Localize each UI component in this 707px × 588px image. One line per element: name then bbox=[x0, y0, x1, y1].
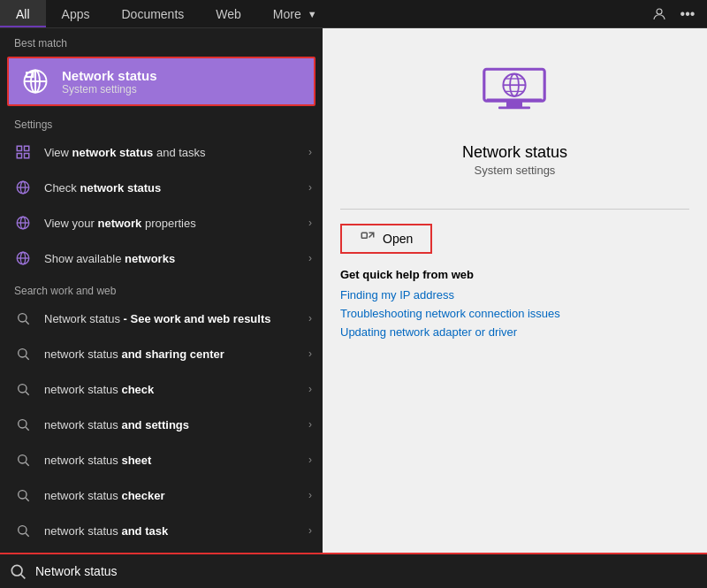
svg-line-30 bbox=[26, 498, 29, 501]
list-item-text-8: network status and settings bbox=[44, 418, 308, 431]
tab-more[interactable]: More ▼ bbox=[257, 0, 333, 27]
chevron-right-icon-3: › bbox=[308, 217, 312, 229]
best-match-text: Network status System settings bbox=[62, 68, 157, 95]
chevron-right-icon-9: › bbox=[308, 454, 312, 466]
list-item-text: View network status and tasks bbox=[44, 146, 308, 159]
search-icon-3 bbox=[11, 377, 35, 401]
chevron-right-icon-4: › bbox=[308, 252, 312, 264]
quick-help-label: Get quick help from web bbox=[340, 268, 474, 281]
list-item-text-5: Network status - See work and web result… bbox=[44, 312, 308, 325]
chevron-right-icon-10: › bbox=[308, 489, 312, 501]
globe-icon-1 bbox=[11, 175, 35, 200]
list-item-view-network-tasks[interactable]: View network status and tasks › bbox=[0, 134, 323, 170]
chevron-right-icon-6: › bbox=[308, 347, 312, 360]
grid-icon bbox=[11, 140, 35, 164]
list-item-view-properties[interactable]: View your network properties › bbox=[0, 205, 323, 241]
list-item-text-10: network status checker bbox=[44, 489, 308, 502]
list-item-web-check[interactable]: network status check › bbox=[0, 371, 323, 407]
svg-point-21 bbox=[19, 349, 27, 357]
chevron-right-icon-11: › bbox=[308, 524, 312, 537]
svg-line-24 bbox=[26, 392, 29, 395]
list-item-web-1[interactable]: Network status - See work and web result… bbox=[0, 301, 323, 336]
svg-point-29 bbox=[19, 491, 27, 499]
list-item-web-sheet[interactable]: network status sheet › bbox=[0, 442, 323, 477]
right-panel: Network status System settings Open Get … bbox=[323, 28, 707, 553]
quick-help-item-1[interactable]: Finding my IP address bbox=[340, 288, 454, 302]
ellipsis-icon[interactable]: ••• bbox=[675, 2, 700, 27]
svg-rect-7 bbox=[25, 146, 29, 150]
list-item-show-networks[interactable]: Show available networks › bbox=[0, 241, 323, 276]
chevron-down-icon: ▼ bbox=[308, 9, 317, 19]
search-icon-7 bbox=[11, 518, 35, 543]
svg-rect-9 bbox=[25, 154, 29, 158]
network-globe-icon bbox=[19, 65, 51, 97]
chevron-right-icon: › bbox=[308, 146, 312, 158]
quick-help-item-3[interactable]: Updating network adapter or driver bbox=[340, 325, 517, 339]
chevron-right-icon-7: › bbox=[308, 383, 312, 395]
svg-line-44 bbox=[21, 575, 26, 579]
svg-point-19 bbox=[19, 314, 27, 322]
tab-documents[interactable]: Documents bbox=[105, 0, 200, 27]
open-button[interactable]: Open bbox=[340, 224, 432, 254]
chevron-right-icon-5: › bbox=[308, 312, 312, 325]
search-input[interactable] bbox=[35, 564, 707, 578]
search-icon-1 bbox=[11, 306, 35, 331]
search-web-label: Search work and web bbox=[0, 276, 323, 301]
list-item-text-11: network status and task bbox=[44, 524, 308, 538]
open-label: Open bbox=[383, 232, 413, 246]
list-item-web-checker[interactable]: network status checker › bbox=[0, 477, 323, 513]
list-item-text-2: Check network status bbox=[44, 181, 308, 195]
search-icon-5 bbox=[11, 447, 35, 472]
svg-rect-6 bbox=[17, 146, 21, 150]
globe-icon-3 bbox=[11, 246, 35, 271]
svg-point-0 bbox=[657, 9, 662, 14]
svg-point-27 bbox=[19, 455, 27, 463]
person-icon[interactable] bbox=[647, 2, 672, 27]
svg-point-25 bbox=[19, 420, 27, 428]
svg-line-28 bbox=[26, 462, 29, 466]
svg-rect-8 bbox=[17, 154, 21, 158]
settings-label: Settings bbox=[0, 110, 323, 134]
top-nav: All Apps Documents Web More ▼ ••• bbox=[0, 0, 707, 28]
list-item-text-9: network status sheet bbox=[44, 454, 308, 467]
svg-rect-35 bbox=[498, 107, 530, 110]
list-item-web-task[interactable]: network status and task › bbox=[0, 513, 323, 548]
list-item-text-6: network status and sharing center bbox=[44, 347, 308, 361]
svg-point-31 bbox=[19, 526, 27, 534]
search-bar-icon bbox=[0, 554, 35, 588]
list-item-text-7: network status check bbox=[44, 383, 308, 396]
divider-1 bbox=[340, 209, 689, 210]
svg-rect-42 bbox=[361, 233, 367, 238]
list-item-text-4: Show available networks bbox=[44, 252, 308, 265]
search-icon-6 bbox=[11, 483, 35, 508]
main-container: Best match Network status System setting… bbox=[0, 28, 707, 553]
open-icon bbox=[360, 231, 376, 247]
svg-line-22 bbox=[26, 356, 29, 360]
search-icon-2 bbox=[11, 341, 35, 366]
nav-icons: ••• bbox=[647, 2, 707, 27]
svg-line-20 bbox=[26, 321, 29, 325]
svg-point-23 bbox=[19, 385, 27, 393]
list-item-web-sharing[interactable]: network status and sharing center › bbox=[0, 336, 323, 371]
best-match-item[interactable]: Network status System settings bbox=[7, 57, 315, 106]
right-app-title: Network status bbox=[462, 143, 567, 162]
network-status-icon bbox=[475, 55, 554, 134]
right-app-subtitle: System settings bbox=[475, 164, 556, 177]
search-icon-4 bbox=[11, 412, 35, 437]
best-match-label: Best match bbox=[0, 28, 323, 53]
list-item-text-3: View your network properties bbox=[44, 217, 308, 230]
globe-icon-2 bbox=[11, 210, 35, 235]
list-item-web-settings[interactable]: network status and settings › bbox=[0, 407, 323, 442]
tab-apps[interactable]: Apps bbox=[46, 0, 106, 27]
quick-help-item-2[interactable]: Troubleshooting network connection issue… bbox=[340, 307, 560, 320]
list-item-check-network[interactable]: Check network status › bbox=[0, 170, 323, 205]
chevron-right-icon-2: › bbox=[308, 181, 312, 194]
bottom-search-bar bbox=[0, 553, 707, 588]
tab-all[interactable]: All bbox=[0, 0, 46, 27]
chevron-right-icon-8: › bbox=[308, 418, 312, 431]
best-match-title: Network status bbox=[62, 68, 157, 83]
tab-web[interactable]: Web bbox=[200, 0, 257, 27]
left-panel: Best match Network status System setting… bbox=[0, 28, 323, 553]
best-match-subtitle: System settings bbox=[62, 83, 157, 95]
right-icon-area: Network status System settings bbox=[462, 55, 567, 177]
